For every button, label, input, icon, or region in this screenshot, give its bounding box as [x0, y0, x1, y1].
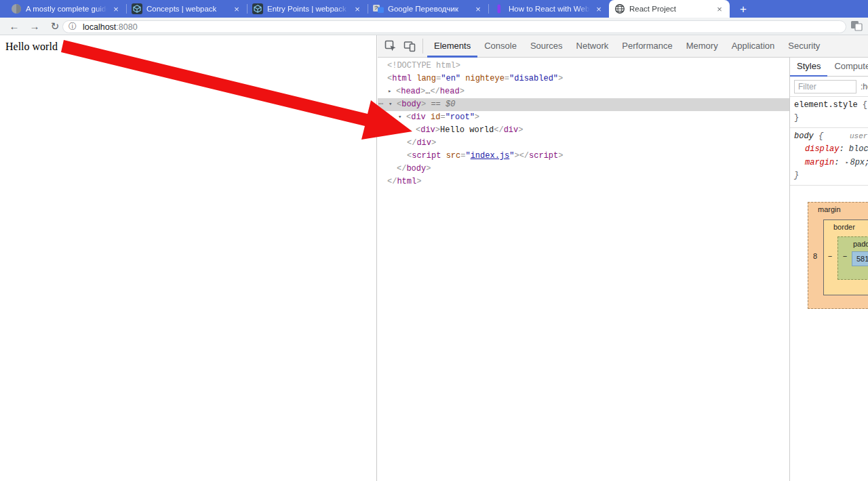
- dom-node-line[interactable]: </div>: [378, 137, 789, 150]
- tab-close-icon[interactable]: ×: [715, 5, 724, 14]
- globe-favicon-icon: [614, 3, 625, 14]
- property-name: display: [805, 144, 839, 154]
- back-button[interactable]: ←: [7, 19, 22, 34]
- token-t: body: [406, 164, 426, 173]
- devtools-tab-network[interactable]: Network: [570, 35, 616, 58]
- dom-node-line[interactable]: </body>: [378, 163, 789, 175]
- address-bar[interactable]: ⓘ localhost:8080: [62, 20, 846, 33]
- pseudo-state-toggle[interactable]: :hov: [861, 82, 868, 91]
- tab-close-icon[interactable]: ×: [111, 5, 121, 14]
- tab-styles[interactable]: Styles: [790, 58, 827, 77]
- devtools-panel: ElementsConsoleSourcesNetworkPerformance…: [378, 35, 868, 481]
- forward-button[interactable]: →: [27, 19, 42, 34]
- site-info-icon[interactable]: ⓘ: [68, 21, 77, 33]
- margin-label: margin: [818, 205, 841, 213]
- token-b: >: [426, 164, 431, 173]
- devtools-tab-application[interactable]: Application: [725, 35, 782, 58]
- token-b: >: [475, 112, 479, 122]
- token-b: </: [387, 177, 397, 186]
- toolbar-divider: [422, 39, 423, 54]
- dom-node-line[interactable]: ▾<div id="root">: [378, 111, 789, 124]
- token-v: "disabled": [509, 74, 558, 83]
- tab-title: How to React with Webpack 5 - S: [509, 5, 590, 13]
- dom-node-line[interactable]: ▸<head>…</head>: [378, 85, 789, 98]
- devtools-toolbar: ElementsConsoleSourcesNetworkPerformance…: [378, 35, 868, 58]
- token-v: ": [465, 151, 470, 161]
- styles-sidebar: Styles Computed :hov element.style { } b…: [789, 58, 868, 481]
- token-v: "root": [446, 112, 475, 122]
- token-b: >: [514, 151, 519, 161]
- inline-rule-close: }: [794, 112, 868, 125]
- border-label: border: [833, 223, 855, 231]
- devtools-tab-elements[interactable]: Elements: [427, 35, 477, 58]
- browser-tab-5[interactable]: How to React with Webpack 5 - S×: [488, 0, 609, 18]
- dom-node-line[interactable]: ⋯▾<body> == $0: [378, 98, 789, 111]
- sidebar-tab-bar: Styles Computed: [790, 58, 868, 77]
- devtools-tab-console[interactable]: Console: [477, 35, 524, 58]
- tab-close-icon[interactable]: ×: [594, 5, 604, 14]
- margin-left-value[interactable]: 8: [810, 251, 821, 262]
- css-property[interactable]: margin: ▸8px;: [794, 156, 868, 169]
- dom-node-line[interactable]: <!DOCTYPE html>: [378, 60, 789, 72]
- devtools-tab-security[interactable]: Security: [781, 35, 827, 58]
- token-b: </: [430, 87, 439, 96]
- node-menu-dots[interactable]: ⋯: [378, 98, 389, 111]
- token-t: div: [504, 125, 519, 135]
- token-t: html: [392, 74, 412, 83]
- browser-tab-strip: A mostly complete guide to web×Concepts …: [0, 0, 868, 18]
- page-hello-world-text: Hello world: [5, 41, 58, 53]
- token-t: html: [397, 177, 416, 186]
- tab-computed[interactable]: Computed: [827, 58, 868, 77]
- inline-style-rule[interactable]: element.style { }: [790, 97, 868, 128]
- reload-button[interactable]: ↻: [47, 19, 62, 34]
- inspect-element-icon[interactable]: [384, 40, 397, 52]
- token-b: >: [435, 125, 440, 135]
- browser-tab-3[interactable]: Entry Points | webpack×: [247, 0, 368, 18]
- device-toolbar-icon[interactable]: [403, 40, 416, 52]
- token-b: </: [519, 151, 529, 161]
- token-t: div: [416, 138, 431, 148]
- dom-node-line[interactable]: <div>Hello world</div>: [378, 124, 789, 137]
- padding-left-value[interactable]: −: [840, 251, 850, 262]
- browser-tab-1[interactable]: A mostly complete guide to web×: [5, 0, 126, 18]
- token-b: >: [518, 125, 523, 135]
- browser-tab-2[interactable]: Concepts | webpack×: [126, 0, 247, 18]
- dom-node-line[interactable]: <html lang="en" nighteye="disabled">: [378, 72, 789, 85]
- token-a: nighteye: [465, 74, 505, 83]
- devtools-tab-performance[interactable]: Performance: [615, 35, 679, 58]
- browser-tab-6[interactable]: React Project×: [609, 0, 730, 18]
- devtools-tab-sources[interactable]: Sources: [524, 35, 570, 58]
- browser-tab-4[interactable]: Google Переводчик×: [368, 0, 488, 18]
- colon: :: [834, 158, 844, 167]
- body-rule-selector: body: [794, 131, 814, 141]
- collapse-arrow-icon[interactable]: ▾: [398, 111, 406, 124]
- token-x: Hello world: [440, 125, 494, 135]
- tab-close-icon[interactable]: ×: [353, 5, 362, 14]
- purple-favicon-icon: [494, 3, 505, 14]
- property-name: margin: [805, 158, 834, 167]
- collapse-arrow-icon[interactable]: ▾: [389, 98, 397, 111]
- styles-filter-input[interactable]: [794, 80, 856, 93]
- expand-arrow-icon[interactable]: ▸: [388, 85, 396, 98]
- token-b: </: [397, 164, 406, 173]
- translate-page-icon[interactable]: [850, 20, 863, 35]
- token-t: div: [411, 112, 426, 122]
- tab-close-icon[interactable]: ×: [473, 5, 483, 14]
- body-user-agent-rule[interactable]: body {user agent stylesheet display: blo…: [790, 128, 868, 186]
- property-value: block;: [849, 144, 868, 154]
- border-left-value[interactable]: −: [825, 251, 835, 262]
- token-b: >: [416, 177, 421, 186]
- dom-node-line[interactable]: </html>: [378, 175, 789, 188]
- dom-node-line[interactable]: <script src="index.js"></script>: [378, 150, 789, 163]
- box-model-diagram[interactable]: margin border padding 581.60 8 − −: [808, 202, 868, 309]
- devtools-tab-memory[interactable]: Memory: [679, 35, 725, 58]
- expand-shorthand-icon[interactable]: ▸: [846, 156, 849, 169]
- token-v: "en": [441, 74, 460, 83]
- tab-title: React Project: [629, 5, 711, 13]
- inline-rule-selector: element.style: [794, 100, 858, 110]
- token-b: >: [558, 74, 563, 83]
- webpack-favicon-icon: [132, 3, 142, 14]
- tab-close-icon[interactable]: ×: [232, 5, 241, 14]
- new-tab-button[interactable]: +: [734, 1, 753, 18]
- css-property[interactable]: display: block;: [794, 143, 868, 156]
